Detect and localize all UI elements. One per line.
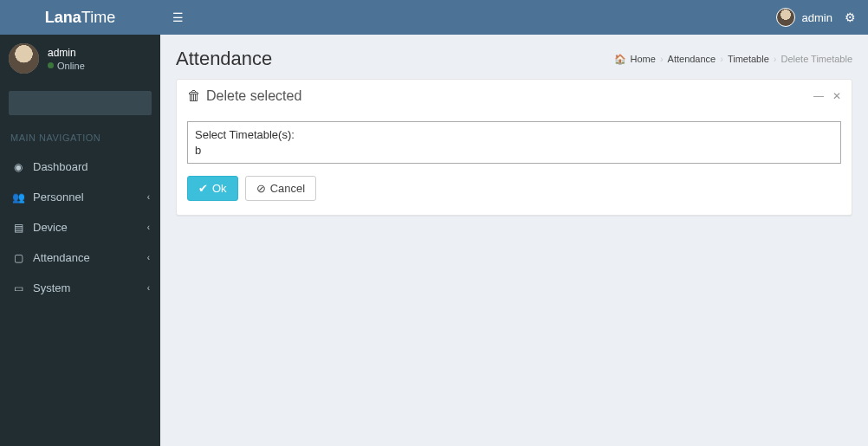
ok-button-label: Ok: [212, 182, 227, 195]
breadcrumb-separator: ›: [720, 54, 723, 64]
chevron-left-icon: ‹: [147, 253, 150, 262]
breadcrumb-active: Delete Timetable: [781, 54, 852, 64]
device-icon: ▤: [10, 222, 26, 234]
share-icon[interactable]: ⚙: [845, 10, 856, 24]
chevron-left-icon: ‹: [147, 283, 150, 293]
chevron-left-icon: ‹: [147, 192, 150, 202]
home-icon: 🏠: [614, 54, 626, 65]
sidebar-item-label: Attendance: [33, 251, 147, 264]
sidebar-item-device[interactable]: ▤ Device ‹: [0, 212, 160, 242]
online-dot-icon: [48, 62, 54, 68]
ok-button[interactable]: ✔ Ok: [187, 176, 238, 201]
topbar-user[interactable]: admin: [776, 8, 832, 27]
attendance-icon: ▢: [10, 252, 26, 264]
breadcrumb-separator: ›: [660, 54, 664, 64]
panel-header: 🗑 Delete selected — ✕: [177, 80, 852, 113]
brand-thin: Time: [81, 9, 115, 27]
main: ☰ admin ⚙ Attendance 🏠 Home › Attendance…: [160, 0, 868, 446]
breadcrumb-separator: ›: [774, 54, 777, 64]
sidebar-status: Online: [48, 61, 85, 71]
select-timetables-box: Select Timetable(s): b: [187, 121, 841, 164]
panel-delete-selected: 🗑 Delete selected — ✕ Select Timetable(s…: [176, 79, 852, 216]
hamburger-icon[interactable]: ☰: [172, 10, 184, 24]
close-icon[interactable]: ✕: [832, 90, 841, 102]
dashboard-icon: ◉: [10, 161, 26, 173]
brand-bold: Lana: [45, 9, 81, 27]
status-text: Online: [57, 61, 85, 71]
avatar: [9, 43, 39, 74]
topbar: ☰ admin ⚙: [160, 0, 868, 35]
sidebar-item-system[interactable]: ▭ System ‹: [0, 273, 160, 303]
system-icon: ▭: [10, 282, 26, 294]
sidebar-item-label: Personnel: [33, 191, 147, 204]
ban-icon: ⊘: [256, 182, 266, 195]
nav-header: MAIN NAVIGATION: [0, 124, 160, 152]
sidebar-user-panel: admin Online: [0, 35, 160, 82]
sidebar-item-dashboard[interactable]: ◉ Dashboard: [0, 152, 160, 182]
sidebar-username: admin: [48, 47, 85, 59]
trash-icon: 🗑: [187, 88, 201, 104]
avatar: [776, 8, 795, 27]
sidebar-item-attendance[interactable]: ▢ Attendance ‹: [0, 242, 160, 273]
minimize-icon[interactable]: —: [813, 90, 824, 102]
cancel-button-label: Cancel: [270, 182, 305, 195]
breadcrumb-item[interactable]: Timetable: [728, 54, 769, 64]
check-icon: ✔: [198, 182, 208, 195]
sidebar-item-label: Device: [33, 221, 147, 234]
breadcrumb-home[interactable]: Home: [631, 54, 656, 64]
chevron-left-icon: ‹: [147, 223, 150, 232]
sidebar-item-label: Dashboard: [33, 160, 150, 173]
select-value: b: [195, 143, 833, 158]
page-title: Attendance: [176, 48, 272, 70]
personnel-icon: 👥: [10, 191, 26, 204]
search-input[interactable]: [9, 91, 152, 115]
brand-logo[interactable]: LanaTime: [0, 0, 160, 35]
select-label: Select Timetable(s):: [195, 127, 833, 143]
cancel-button[interactable]: ⊘ Cancel: [245, 176, 316, 201]
topbar-username: admin: [802, 11, 832, 24]
sidebar: LanaTime admin Online MAIN NAVIGATION ◉ …: [0, 0, 160, 446]
breadcrumb: 🏠 Home › Attendance › Timetable › Delete…: [614, 54, 852, 65]
panel-title: Delete selected: [206, 88, 301, 104]
sidebar-item-personnel[interactable]: 👥 Personnel ‹: [0, 182, 160, 212]
breadcrumb-item[interactable]: Attendance: [668, 54, 716, 64]
content-header: Attendance 🏠 Home › Attendance › Timetab…: [160, 35, 868, 79]
sidebar-item-label: System: [33, 281, 147, 294]
